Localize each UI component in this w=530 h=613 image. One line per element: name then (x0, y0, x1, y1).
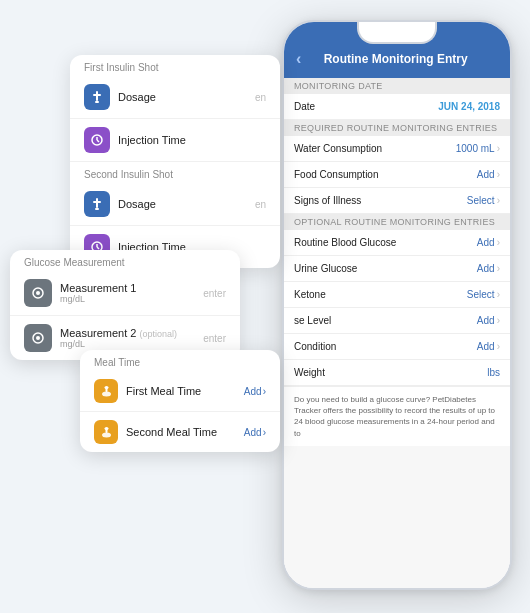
second-dosage-hint: en (255, 199, 266, 210)
second-dosage-row[interactable]: Dosage en (70, 183, 280, 226)
first-meal-label: First Meal Time (126, 385, 244, 397)
water-row[interactable]: Water Consumption 1000 mL › (284, 136, 510, 162)
bg-chevron: › (497, 237, 500, 248)
urine-label: Urine Glucose (294, 263, 477, 274)
first-dosage-row[interactable]: Dosage en (70, 76, 280, 119)
svg-line-5 (97, 140, 99, 142)
svg-line-11 (97, 247, 99, 249)
illness-label: Signs of Illness (294, 195, 467, 206)
insulin-card: First Insulin Shot Dosage en Injection T… (70, 55, 280, 268)
second-meal-chevron: › (263, 427, 266, 438)
phone-shell: ‹ Routine Monitoring Entry Monitoring Da… (282, 20, 512, 590)
first-meal-row[interactable]: First Meal Time Add › (80, 371, 280, 412)
weight-value: lbs (487, 367, 500, 378)
svg-rect-7 (93, 201, 101, 203)
dosage-icon-2 (84, 191, 110, 217)
measurement1-hint: enter (203, 288, 226, 299)
measurement2-labels: Measurement 2 (optional) mg/dL (60, 327, 177, 349)
second-insulin-title: Second Insulin Shot (70, 162, 280, 183)
first-injection-row[interactable]: Injection Time (70, 119, 280, 162)
first-dosage-label: Dosage (118, 91, 255, 103)
second-meal-add[interactable]: Add (244, 427, 262, 438)
ketone-chevron: › (497, 289, 500, 300)
back-button[interactable]: ‹ (296, 50, 301, 68)
ketone-value: Select (467, 289, 495, 300)
second-meal-icon (94, 420, 118, 444)
measurement2-icon (24, 324, 52, 352)
water-chevron: › (497, 143, 500, 154)
meal-title: Meal Time (80, 350, 280, 371)
svg-point-13 (36, 291, 40, 295)
first-meal-icon (94, 379, 118, 403)
svg-rect-2 (95, 101, 99, 103)
se-label: se Level (294, 315, 477, 326)
measurement2-hint: enter (203, 333, 226, 344)
first-injection-label: Injection Time (118, 134, 266, 146)
first-meal-add[interactable]: Add (244, 386, 262, 397)
weight-label: Weight (294, 367, 487, 378)
measurement1-labels: Measurement 1 mg/dL (60, 282, 136, 304)
second-meal-label: Second Meal Time (126, 426, 244, 438)
measurement1-icon (24, 279, 52, 307)
glucose-card: Glucose Measurement Measurement 1 mg/dL … (10, 250, 240, 360)
first-dosage-hint: en (255, 92, 266, 103)
ketone-row[interactable]: Ketone Select › (284, 282, 510, 308)
svg-point-16 (102, 391, 111, 396)
food-row[interactable]: Food Consumption Add › (284, 162, 510, 188)
measurement2-sub: mg/dL (60, 339, 177, 349)
se-value: Add (477, 315, 495, 326)
condition-row[interactable]: Condition Add › (284, 334, 510, 360)
first-meal-chevron: › (263, 386, 266, 397)
illness-value: Select (467, 195, 495, 206)
blood-glucose-value: Add (477, 237, 495, 248)
meal-card: Meal Time First Meal Time Add › Second M… (80, 350, 280, 452)
optional-section: Optional Routine Monitoring Entries (284, 214, 510, 230)
food-chevron: › (497, 169, 500, 180)
date-value: JUN 24, 2018 (438, 101, 500, 112)
svg-point-18 (104, 386, 108, 389)
phone-content: Monitoring Date Date JUN 24, 2018 Requir… (284, 78, 510, 584)
second-dosage-label: Dosage (118, 198, 255, 210)
first-insulin-title: First Insulin Shot (70, 55, 280, 76)
second-meal-row[interactable]: Second Meal Time Add › (80, 412, 280, 452)
svg-point-21 (104, 427, 108, 430)
se-chevron: › (497, 315, 500, 326)
svg-point-15 (36, 336, 40, 340)
phone-screen: ‹ Routine Monitoring Entry Monitoring Da… (284, 22, 510, 588)
weight-row[interactable]: Weight lbs (284, 360, 510, 386)
blood-glucose-label: Routine Blood Glucose (294, 237, 477, 248)
blood-glucose-row[interactable]: Routine Blood Glucose Add › (284, 230, 510, 256)
urine-glucose-row[interactable]: Urine Glucose Add › (284, 256, 510, 282)
glucose-title: Glucose Measurement (10, 250, 240, 271)
date-label: Date (294, 101, 438, 112)
screen-title: Routine Monitoring Entry (309, 52, 482, 66)
condition-chevron: › (497, 341, 500, 352)
water-value: 1000 mL (456, 143, 495, 154)
monitoring-date-section: Monitoring Date (284, 78, 510, 94)
svg-point-19 (102, 432, 111, 437)
food-value: Add (477, 169, 495, 180)
date-row[interactable]: Date JUN 24, 2018 (284, 94, 510, 120)
svg-rect-1 (93, 94, 101, 96)
injection-icon-1 (84, 127, 110, 153)
measurement1-sub: mg/dL (60, 294, 136, 304)
ketone-label: Ketone (294, 289, 467, 300)
dosage-icon-1 (84, 84, 110, 110)
urine-chevron: › (497, 263, 500, 274)
food-label: Food Consumption (294, 169, 477, 180)
svg-rect-8 (95, 208, 99, 210)
se-level-row[interactable]: se Level Add › (284, 308, 510, 334)
illness-chevron: › (497, 195, 500, 206)
phone-notch (357, 22, 437, 44)
required-section: Required Routine Monitoring Entries (284, 120, 510, 136)
measurement1-label: Measurement 1 (60, 282, 136, 294)
measurement1-row[interactable]: Measurement 1 mg/dL enter (10, 271, 240, 316)
condition-value: Add (477, 341, 495, 352)
illness-row[interactable]: Signs of Illness Select › (284, 188, 510, 214)
water-label: Water Consumption (294, 143, 456, 154)
condition-label: Condition (294, 341, 477, 352)
urine-value: Add (477, 263, 495, 274)
note-section: Do you need to build a glucose curve? Pe… (284, 386, 510, 446)
measurement2-label: Measurement 2 (optional) (60, 327, 177, 339)
